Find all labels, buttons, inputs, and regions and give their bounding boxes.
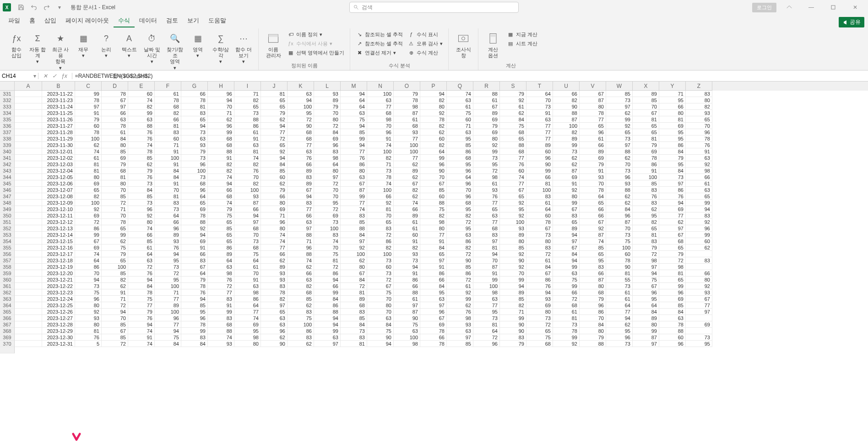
cell[interactable]: 94 xyxy=(261,123,288,129)
cell[interactable]: 61 xyxy=(234,264,261,270)
cell[interactable]: 75 xyxy=(526,334,553,341)
cell[interactable]: 76 xyxy=(155,244,181,251)
cell[interactable]: 82 xyxy=(633,219,659,225)
row-header[interactable]: 341 xyxy=(0,155,15,161)
cell[interactable]: 76 xyxy=(128,270,155,277)
cell[interactable]: 82 xyxy=(75,193,102,200)
cell[interactable] xyxy=(15,283,42,289)
tab-데이터[interactable]: 데이터 xyxy=(135,15,162,27)
cell[interactable]: 2023-12-06 xyxy=(42,180,75,187)
cell[interactable]: 100 xyxy=(367,251,394,257)
cell[interactable]: 65 xyxy=(580,251,606,257)
cell[interactable]: 88 xyxy=(606,187,633,193)
cell[interactable]: 79 xyxy=(500,341,526,347)
cell[interactable]: 64 xyxy=(155,212,181,219)
cell[interactable] xyxy=(15,264,42,270)
define-name-button[interactable]: 🏷이름 정의 ▾ xyxy=(285,30,346,38)
row-header[interactable]: 333 xyxy=(0,103,15,110)
cell[interactable]: 84 xyxy=(420,283,447,289)
cell[interactable]: 81 xyxy=(659,270,686,277)
cell[interactable]: 89 xyxy=(633,91,659,97)
cell[interactable]: 61 xyxy=(394,296,420,302)
cell[interactable]: 84 xyxy=(659,148,686,155)
cell[interactable]: 78 xyxy=(633,155,659,161)
cell[interactable]: 88 xyxy=(288,232,314,238)
row-header[interactable]: 353 xyxy=(0,232,15,238)
cell[interactable]: 2023-12-17 xyxy=(42,251,75,257)
cell[interactable]: 93 xyxy=(75,315,102,321)
cell[interactable]: 74 xyxy=(261,238,288,244)
cell[interactable]: 100 xyxy=(633,174,659,180)
cell[interactable]: 61 xyxy=(394,116,420,123)
cell[interactable]: 85 xyxy=(128,238,155,244)
cell[interactable]: 86 xyxy=(314,302,341,309)
cell[interactable]: 67 xyxy=(659,232,686,238)
ribbon-btn-8[interactable]: ▦영역 ▾ xyxy=(187,30,209,60)
cell[interactable]: 88 xyxy=(580,341,606,347)
cell[interactable]: 73 xyxy=(553,321,580,328)
cell[interactable]: 61 xyxy=(394,225,420,232)
cell[interactable]: 2023-12-11 xyxy=(42,212,75,219)
column-header-D[interactable]: D xyxy=(102,81,128,91)
cell[interactable]: 74 xyxy=(288,257,314,264)
ribbon-btn-7[interactable]: 🔍찾기/참조 영역 ▾ xyxy=(164,30,186,72)
cell[interactable]: 83 xyxy=(341,309,367,315)
cell[interactable]: 66 xyxy=(394,206,420,212)
cell[interactable]: 92 xyxy=(686,283,712,289)
ribbon-btn-2[interactable]: ★최근 사용 항목 ▾ xyxy=(49,30,71,72)
cell[interactable]: 86 xyxy=(208,244,234,251)
cell[interactable]: 96 xyxy=(580,302,606,309)
cell[interactable]: 63 xyxy=(288,277,314,283)
cell[interactable]: 78 xyxy=(181,97,208,103)
row-header[interactable]: 355 xyxy=(0,244,15,251)
cell[interactable]: 77 xyxy=(473,302,500,309)
cell[interactable]: 84 xyxy=(102,136,128,142)
cell[interactable]: 65 xyxy=(686,193,712,200)
cell[interactable]: 65 xyxy=(633,225,659,232)
cell[interactable]: 88 xyxy=(128,123,155,129)
cell[interactable]: 77 xyxy=(526,129,553,136)
cell[interactable] xyxy=(15,136,42,142)
cell[interactable]: 61 xyxy=(234,129,261,136)
cell[interactable]: 2023-12-24 xyxy=(42,296,75,302)
cell[interactable]: 99 xyxy=(102,232,128,238)
error-checking-button[interactable]: ⚠오류 검사 ▾ xyxy=(406,39,445,48)
undo-icon[interactable] xyxy=(28,2,39,13)
column-header-O[interactable]: O xyxy=(394,81,420,91)
column-header-Z[interactable]: Z xyxy=(686,81,712,91)
cell[interactable]: 89 xyxy=(288,180,314,187)
cell[interactable]: 61 xyxy=(553,309,580,315)
cell[interactable]: 91 xyxy=(367,136,394,142)
cell[interactable]: 87 xyxy=(473,264,500,270)
cell[interactable]: 84 xyxy=(659,309,686,315)
cell[interactable]: 65 xyxy=(500,193,526,200)
column-header-I[interactable]: I xyxy=(234,81,261,91)
cell[interactable]: 92 xyxy=(181,225,208,232)
cell[interactable] xyxy=(686,264,712,270)
column-header-R[interactable]: R xyxy=(473,81,500,91)
cell[interactable]: 88 xyxy=(606,148,633,155)
cell[interactable] xyxy=(686,315,712,321)
cell[interactable]: 2023-12-31 xyxy=(42,341,75,347)
cell[interactable]: 79 xyxy=(128,168,155,174)
cell[interactable]: 78 xyxy=(606,257,633,264)
cell[interactable]: 77 xyxy=(288,142,314,148)
cell[interactable]: 65 xyxy=(367,219,394,225)
cell[interactable]: 78 xyxy=(553,328,580,334)
cell[interactable]: 67 xyxy=(102,328,128,334)
cell[interactable]: 77 xyxy=(261,129,288,136)
cell[interactable]: 74 xyxy=(128,341,155,347)
cell[interactable]: 73 xyxy=(473,315,500,321)
cell[interactable]: 68 xyxy=(288,129,314,136)
column-header-H[interactable]: H xyxy=(208,81,234,91)
cell[interactable]: 68 xyxy=(659,238,686,244)
spreadsheet-grid[interactable]: ABCDEFGHIJKLMNOPQRSTUVWXYZ 3312023-11-22… xyxy=(0,81,868,445)
cell[interactable]: 2023-12-08 xyxy=(42,193,75,200)
cell[interactable]: 68 xyxy=(288,289,314,296)
cell[interactable]: 5 xyxy=(75,341,102,347)
cell[interactable]: 70 xyxy=(500,270,526,277)
formula-input[interactable]: =RANDBETWEEN($G$2,$H$2) xyxy=(72,73,868,79)
cell[interactable]: 73 xyxy=(181,174,208,180)
cell[interactable]: 89 xyxy=(553,225,580,232)
cell[interactable]: 93 xyxy=(473,187,500,193)
